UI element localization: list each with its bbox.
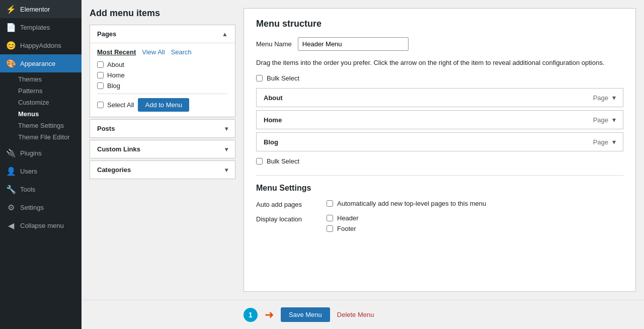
drag-instruction: Drag the items into the order you prefer… [256, 59, 623, 66]
sidebar-item-templates[interactable]: 📄 Templates [0, 18, 82, 36]
templates-icon: 📄 [6, 22, 16, 32]
menu-item-home-right: Page ▾ [593, 116, 616, 124]
sidebar-item-collapse[interactable]: ◀ Collapse menu [0, 216, 82, 234]
appearance-submenu: Themes Patterns Customize Menus Theme Se… [0, 72, 82, 144]
select-all-row: Select All Add to Menu [97, 94, 228, 112]
menu-settings-title: Menu Settings [256, 184, 623, 193]
add-menu-items-title: Add menu items [90, 8, 235, 19]
posts-panel: Posts ▾ [90, 119, 235, 138]
auto-add-check: Automatically add new top-level pages to… [327, 200, 486, 207]
page-about-checkbox[interactable] [97, 61, 104, 68]
custom-links-panel-header[interactable]: Custom Links ▾ [90, 140, 235, 158]
menu-name-label: Menu Name [256, 40, 292, 48]
sidebar-sub-theme-file-editor[interactable]: Theme File Editor [18, 131, 82, 143]
menu-item-home[interactable]: Home Page ▾ [256, 110, 623, 129]
menu-name-input[interactable] [298, 37, 409, 51]
page-home-checkbox[interactable] [97, 72, 104, 78]
menu-item-home-expand[interactable]: ▾ [612, 116, 616, 124]
auto-add-checkbox[interactable] [327, 200, 333, 207]
collapse-icon: ◀ [6, 220, 16, 230]
menu-item-blog-left: Blog [264, 138, 278, 146]
page-item-home: Home [97, 71, 228, 79]
happyaddons-icon: 😊 [6, 40, 16, 50]
sidebar: ⚡ Elementor 📄 Templates 😊 HappyAddons 🎨 … [0, 0, 82, 329]
menu-structure-inner: Menu structure Menu Name Drag the items … [244, 9, 635, 249]
bulk-select-top-row: Bulk Select [256, 74, 623, 82]
plugins-icon: 🔌 [6, 148, 16, 158]
sidebar-sub-patterns[interactable]: Patterns [18, 85, 82, 97]
footer-location-check: Footer [327, 225, 359, 232]
delete-menu-link[interactable]: Delete Menu [337, 311, 374, 318]
save-menu-button[interactable]: Save Menu [281, 307, 330, 322]
auto-add-row: Auto add pages Automatically add new top… [256, 200, 623, 208]
bulk-select-bottom-row: Bulk Select [256, 157, 623, 165]
menu-item-about-expand[interactable]: ▾ [612, 94, 616, 102]
pages-panel-arrow-up: ▲ [222, 31, 228, 38]
tab-view-all[interactable]: View All [142, 48, 165, 56]
page-blog-checkbox[interactable] [97, 83, 104, 89]
menu-item-home-type: Page [593, 116, 608, 124]
menu-structure-title: Menu structure [256, 19, 623, 29]
sidebar-item-users[interactable]: 👤 Users [0, 162, 82, 180]
pages-panel: Pages ▲ Most Recent View All Search Abou… [90, 25, 235, 117]
menu-name-row: Menu Name [256, 37, 623, 51]
posts-panel-header[interactable]: Posts ▾ [90, 120, 235, 137]
categories-panel-label: Categories [97, 166, 131, 174]
menu-item-blog[interactable]: Blog Page ▾ [256, 132, 623, 151]
menu-item-about[interactable]: About Page ▾ [256, 88, 623, 107]
content-area: Add menu items Pages ▲ Most Recent View … [82, 0, 644, 300]
menu-item-about-name: About [264, 94, 283, 102]
sidebar-item-happyaddons[interactable]: 😊 HappyAddons [0, 36, 82, 54]
page-blog-label: Blog [107, 82, 120, 90]
pages-tabs: Most Recent View All Search [97, 48, 228, 56]
categories-panel-header[interactable]: Categories ▾ [90, 161, 235, 179]
tools-icon: 🔧 [6, 184, 16, 194]
tab-most-recent[interactable]: Most Recent [97, 48, 136, 56]
footer-location-checkbox[interactable] [327, 225, 333, 232]
sidebar-item-elementor[interactable]: ⚡ Elementor [0, 0, 82, 18]
bulk-select-top-checkbox[interactable] [256, 75, 263, 81]
sidebar-sub-customize[interactable]: Customize [18, 97, 82, 108]
header-location-check: Header [327, 214, 359, 222]
header-location-checkbox[interactable] [327, 215, 333, 221]
menu-item-blog-expand[interactable]: ▾ [612, 138, 616, 146]
sidebar-sub-menus[interactable]: Menus [18, 108, 82, 120]
page-item-about: About [97, 61, 228, 68]
elementor-icon: ⚡ [6, 4, 16, 14]
menu-item-home-left: Home [264, 116, 282, 124]
pages-panel-label: Pages [97, 30, 116, 38]
menu-item-home-name: Home [264, 116, 282, 124]
menu-item-about-right: Page ▾ [593, 94, 616, 102]
categories-arrow: ▾ [225, 167, 228, 174]
sidebar-item-plugins[interactable]: 🔌 Plugins [0, 144, 82, 162]
footer-location-label: Footer [337, 225, 356, 232]
menu-settings-section: Menu Settings Auto add pages Automatical… [256, 175, 623, 232]
main-content: Add menu items Pages ▲ Most Recent View … [82, 0, 644, 329]
display-location-row: Display location Header Footer [256, 214, 623, 232]
page-item-blog: Blog [97, 82, 228, 90]
select-all-checkbox[interactable] [97, 102, 104, 108]
custom-links-panel: Custom Links ▾ [90, 140, 235, 158]
settings-icon: ⚙ [6, 202, 16, 212]
sidebar-item-tools[interactable]: 🔧 Tools [0, 180, 82, 198]
bulk-select-bottom-checkbox[interactable] [256, 158, 263, 164]
posts-panel-arrow: ▾ [225, 125, 228, 132]
sidebar-sub-themes[interactable]: Themes [18, 73, 82, 85]
page-about-label: About [107, 61, 124, 68]
custom-links-arrow: ▾ [225, 146, 228, 153]
step-bubble: 1 [244, 308, 258, 322]
pages-panel-header[interactable]: Pages ▲ [90, 25, 235, 43]
sidebar-sub-theme-settings[interactable]: Theme Settings [18, 120, 82, 131]
add-menu-items-panel: Add menu items Pages ▲ Most Recent View … [90, 8, 235, 292]
custom-links-panel-label: Custom Links [97, 145, 140, 153]
tab-search[interactable]: Search [171, 48, 192, 56]
menu-item-about-left: About [264, 94, 283, 102]
posts-panel-label: Posts [97, 125, 115, 132]
sidebar-item-settings[interactable]: ⚙ Settings [0, 198, 82, 216]
display-location-label: Display location [256, 214, 316, 223]
sidebar-item-appearance[interactable]: 🎨 Appearance [0, 54, 82, 72]
add-to-menu-button[interactable]: Add to Menu [138, 98, 189, 112]
auto-add-check-label: Automatically add new top-level pages to… [337, 200, 486, 207]
menu-item-blog-name: Blog [264, 138, 278, 146]
page-home-label: Home [107, 71, 125, 79]
